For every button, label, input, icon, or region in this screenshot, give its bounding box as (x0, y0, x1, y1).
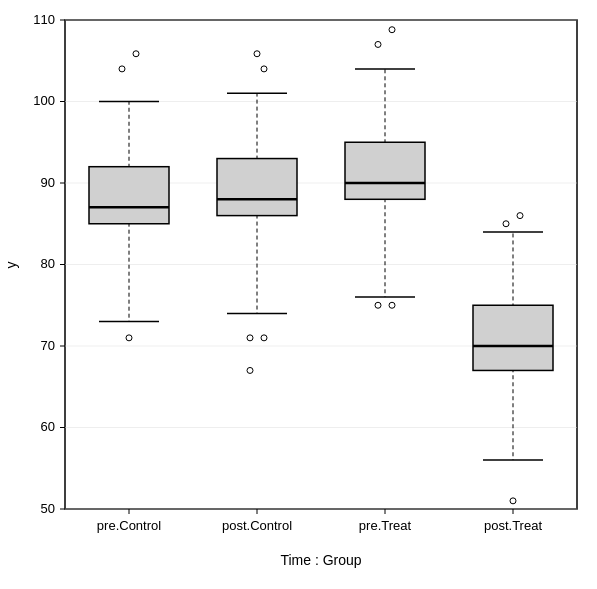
ylabel-100: 100 (33, 93, 55, 108)
ylabel-110: 110 (33, 12, 55, 27)
xlabel-posttreat: post.Treat (484, 518, 542, 533)
xlabel-postcontrol: post.Control (222, 518, 292, 533)
xlabel-precontrol: pre.Control (97, 518, 161, 533)
ylabel-70: 70 (41, 338, 55, 353)
x-axis-title: Time : Group (280, 552, 361, 568)
box-4 (473, 305, 553, 370)
ylabel-90: 90 (41, 175, 55, 190)
y-axis-title: y (3, 262, 19, 269)
ylabel-50: 50 (41, 501, 55, 516)
xlabel-pretreat: pre.Treat (359, 518, 412, 533)
box-3 (345, 142, 425, 199)
box-1 (89, 167, 169, 224)
boxplot-chart: 50 60 70 80 90 100 110 y pre.Control pos… (0, 0, 597, 589)
box-2 (217, 159, 297, 216)
ylabel-60: 60 (41, 419, 55, 434)
ylabel-80: 80 (41, 256, 55, 271)
chart-container: 50 60 70 80 90 100 110 y pre.Control pos… (0, 0, 597, 589)
